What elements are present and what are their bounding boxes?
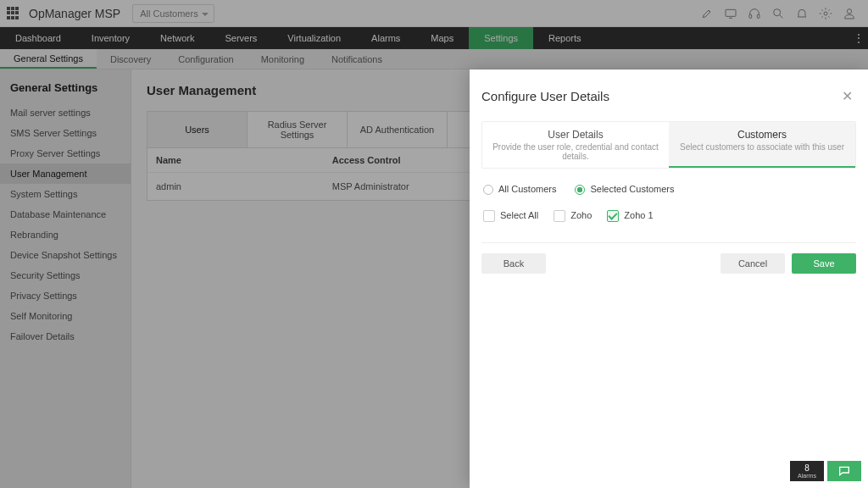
- alarm-label: Alarms: [798, 473, 816, 479]
- step-title: User Details: [487, 129, 664, 141]
- step-user-details[interactable]: User Details Provide the user role, cred…: [482, 122, 669, 168]
- close-icon[interactable]: ✕: [838, 85, 856, 108]
- save-button[interactable]: Save: [792, 253, 856, 274]
- back-button[interactable]: Back: [481, 253, 546, 274]
- checkbox-select-all[interactable]: Select All: [483, 210, 538, 222]
- scope-radio-group: All Customers Selected Customers: [481, 184, 856, 195]
- checkbox-zoho[interactable]: Zoho: [554, 210, 592, 222]
- step-customers[interactable]: Customers Select customers to associate …: [669, 122, 855, 168]
- step-desc: Select customers to associate with this …: [674, 142, 850, 152]
- configure-user-modal: Configure User Details ✕ User Details Pr…: [470, 69, 868, 488]
- divider: [481, 242, 856, 243]
- alarm-count: 8: [804, 463, 810, 473]
- radio-all-customers[interactable]: All Customers: [483, 184, 556, 195]
- alarm-badge[interactable]: 8 Alarms: [790, 461, 824, 481]
- customer-checklist: Select All Zoho Zoho 1: [481, 210, 856, 222]
- modal-buttons: Back Cancel Save: [481, 253, 856, 274]
- cancel-button[interactable]: Cancel: [721, 253, 785, 274]
- chat-icon[interactable]: [827, 461, 861, 481]
- checkbox-zoho-1[interactable]: Zoho 1: [607, 210, 653, 222]
- radio-selected-customers[interactable]: Selected Customers: [575, 184, 674, 195]
- step-title: Customers: [674, 129, 850, 141]
- step-tabs: User Details Provide the user role, cred…: [481, 121, 856, 169]
- modal-title: Configure User Details: [481, 89, 838, 103]
- step-desc: Provide the user role, credential and co…: [487, 142, 664, 161]
